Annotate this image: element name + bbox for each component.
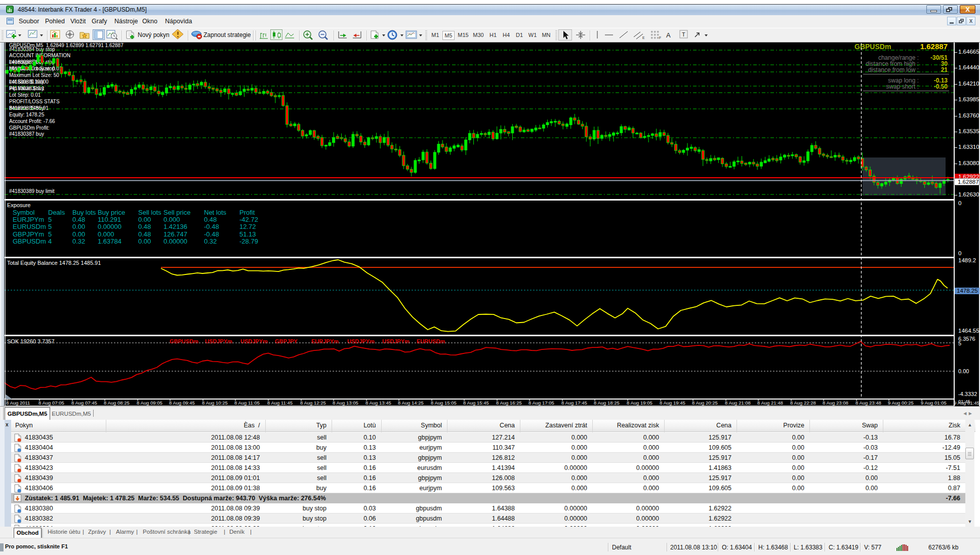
svg-text:T: T [682,31,685,37]
svg-text:E: E [642,36,645,39]
svg-text:F: F [659,36,661,39]
